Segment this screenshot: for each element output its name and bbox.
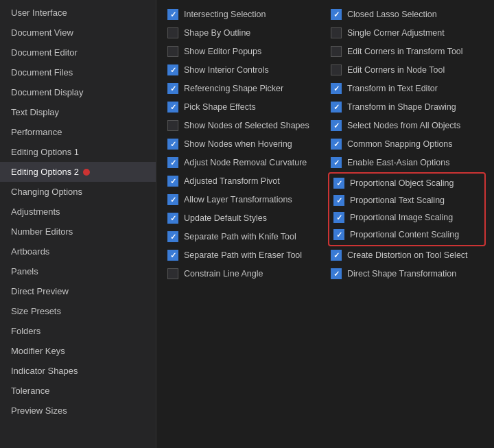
sidebar-item-indicator-shapes[interactable]: Indicator Shapes — [0, 361, 156, 381]
sidebar-item-label: Editing Options 1 — [11, 147, 79, 157]
checkbox-enable-east-asian[interactable] — [331, 157, 342, 168]
checkbox-transform-text-editor[interactable] — [331, 83, 342, 94]
option-row-enable-east-asian: Enable East-Asian Options — [328, 154, 486, 172]
checkbox-show-nodes-selected[interactable] — [167, 120, 178, 131]
option-label-proportional-content-scaling: Proportional Content Scaling — [350, 230, 459, 239]
option-row-proportional-image-scaling: Proportional Image Scaling — [331, 209, 483, 226]
option-row-transform-text-editor: Transform in Text Editor — [328, 80, 486, 98]
sidebar-item-number-editors[interactable]: Number Editors — [0, 222, 156, 241]
checkbox-separate-path-knife[interactable] — [167, 231, 178, 242]
option-row-separate-path-eraser: Separate Path with Eraser Tool — [165, 246, 322, 265]
option-label-show-nodes-hovering: Show Nodes when Hovering — [184, 139, 292, 149]
sidebar-item-document-files[interactable]: Document Files — [0, 62, 156, 82]
checkbox-constrain-line-angle[interactable] — [167, 268, 178, 279]
proportional-scaling-group: Proportional Object ScalingProportional … — [328, 172, 486, 246]
option-label-separate-path-eraser: Separate Path with Eraser Tool — [184, 250, 302, 260]
checkbox-separate-path-eraser[interactable] — [167, 250, 178, 261]
option-row-proportional-content-scaling: Proportional Content Scaling — [331, 226, 483, 244]
option-row-show-nodes-hovering: Show Nodes when Hovering — [165, 135, 322, 154]
option-row-common-snapping-options: Common Snapping Options — [328, 135, 486, 154]
sidebar-item-preview-sizes[interactable]: Preview Sizes — [0, 401, 156, 421]
option-label-pick-shape-effects: Pick Shape Effects — [184, 102, 256, 112]
option-label-proportional-text-scaling: Proportional Text Scaling — [350, 196, 445, 205]
checkbox-intersecting-selection[interactable] — [167, 9, 178, 20]
sidebar-item-size-presets[interactable]: Size Presets — [0, 301, 156, 321]
option-label-transform-shape-drawing: Transform in Shape Drawing — [347, 102, 456, 112]
checkbox-show-nodes-hovering[interactable] — [167, 139, 178, 150]
checkbox-select-nodes-all-objects[interactable] — [331, 120, 342, 131]
option-label-allow-layer-transformations: Allow Layer Transformations — [184, 195, 292, 204]
option-row-shape-by-outline: Shape By Outline — [165, 24, 322, 43]
option-row-select-nodes-all-objects: Select Nodes from All Objects — [328, 117, 486, 135]
checkbox-proportional-content-scaling[interactable] — [333, 229, 344, 240]
checkbox-transform-shape-drawing[interactable] — [331, 102, 342, 113]
checkbox-allow-layer-transformations[interactable] — [167, 194, 178, 205]
sidebar-item-label: Document View — [11, 27, 73, 38]
sidebar-item-label: Indicator Shapes — [11, 366, 78, 376]
sidebar-item-editing-options-2[interactable]: Editing Options 2 — [0, 162, 156, 182]
checkbox-direct-shape-transformation[interactable] — [331, 268, 342, 279]
sidebar-item-artboards[interactable]: Artboards — [0, 241, 156, 261]
option-label-closed-lasso-selection: Closed Lasso Selection — [347, 10, 437, 19]
left-column: Intersecting SelectionShape By OutlineSh… — [165, 5, 322, 283]
sidebar-item-label: Document Files — [11, 67, 73, 78]
sidebar-item-adjustments[interactable]: Adjustments — [0, 202, 156, 222]
sidebar-item-document-view[interactable]: Document View — [0, 23, 156, 43]
option-row-proportional-object-scaling: Proportional Object Scaling — [331, 175, 483, 192]
options-grid: Intersecting SelectionShape By OutlineSh… — [165, 5, 486, 283]
checkbox-single-corner-adjustment[interactable] — [331, 27, 342, 38]
checkbox-adjust-node-removal[interactable] — [167, 157, 178, 168]
sidebar-item-panels[interactable]: Panels — [0, 261, 156, 281]
sidebar-item-label: Direct Preview — [11, 286, 69, 296]
option-row-intersecting-selection: Intersecting Selection — [165, 5, 322, 24]
checkbox-show-interior-controls[interactable] — [167, 64, 178, 75]
checkbox-referencing-shape-picker[interactable] — [167, 83, 178, 94]
sidebar-item-label: Document Editor — [11, 47, 78, 58]
checkbox-pick-shape-effects[interactable] — [167, 102, 178, 113]
sidebar-item-label: Document Display — [11, 87, 84, 97]
checkbox-create-distortion-tool-select[interactable] — [331, 250, 342, 261]
checkbox-shape-by-outline[interactable] — [167, 27, 178, 38]
option-row-direct-shape-transformation: Direct Shape Transformation — [328, 265, 486, 283]
sidebar-item-folders[interactable]: Folders — [0, 321, 156, 341]
checkbox-adjusted-transform-pivot[interactable] — [167, 176, 178, 187]
sidebar-item-label: User Interface — [11, 8, 67, 18]
checkbox-show-editor-popups[interactable] — [167, 46, 178, 57]
sidebar-item-label: Performance — [11, 127, 62, 137]
sidebar-item-editing-options-1[interactable]: Editing Options 1 — [0, 142, 156, 162]
option-row-show-interior-controls: Show Interior Controls — [165, 61, 322, 80]
sidebar-item-modifier-keys[interactable]: Modifier Keys — [0, 341, 156, 361]
sidebar-item-direct-preview[interactable]: Direct Preview — [0, 281, 156, 301]
checkbox-closed-lasso-selection[interactable] — [331, 9, 342, 20]
active-dot-icon — [83, 169, 90, 176]
option-label-shape-by-outline: Shape By Outline — [184, 28, 250, 38]
checkbox-edit-corners-node[interactable] — [331, 64, 342, 75]
checkbox-proportional-image-scaling[interactable] — [333, 212, 344, 223]
checkbox-edit-corners-transform[interactable] — [331, 46, 342, 57]
option-label-intersecting-selection: Intersecting Selection — [184, 10, 266, 19]
option-row-referencing-shape-picker: Referencing Shape Picker — [165, 80, 322, 98]
sidebar-item-changing-options[interactable]: Changing Options — [0, 182, 156, 202]
sidebar-item-document-editor[interactable]: Document Editor — [0, 43, 156, 62]
sidebar-item-text-display[interactable]: Text Display — [0, 102, 156, 122]
sidebar-item-label: Size Presets — [11, 306, 61, 316]
option-row-separate-path-knife: Separate Path with Knife Tool — [165, 228, 322, 246]
option-label-referencing-shape-picker: Referencing Shape Picker — [184, 84, 283, 93]
checkbox-proportional-object-scaling[interactable] — [333, 178, 344, 189]
option-row-adjusted-transform-pivot: Adjusted Transform Pivot — [165, 172, 322, 191]
option-row-edit-corners-node: Edit Corners in Node Tool — [328, 61, 486, 80]
sidebar-item-label: Editing Options 2 — [11, 167, 79, 177]
checkbox-proportional-text-scaling[interactable] — [333, 195, 344, 206]
sidebar-item-performance[interactable]: Performance — [0, 122, 156, 142]
sidebar-item-label: Modifier Keys — [11, 346, 65, 356]
sidebar-item-user-interface[interactable]: User Interface — [0, 3, 156, 23]
option-label-show-nodes-selected: Show Nodes of Selected Shapes — [184, 121, 309, 130]
checkbox-common-snapping-options[interactable] — [331, 139, 342, 150]
option-row-edit-corners-transform: Edit Corners in Transform Tool — [328, 43, 486, 61]
option-row-create-distortion-tool-select: Create Distortion on Tool Select — [328, 246, 486, 265]
checkbox-update-default-styles[interactable] — [167, 213, 178, 224]
sidebar-item-tolerance[interactable]: Tolerance — [0, 381, 156, 401]
sidebar-item-document-display[interactable]: Document Display — [0, 82, 156, 102]
option-row-show-nodes-selected: Show Nodes of Selected Shapes — [165, 117, 322, 135]
option-row-show-editor-popups: Show Editor Popups — [165, 43, 322, 61]
